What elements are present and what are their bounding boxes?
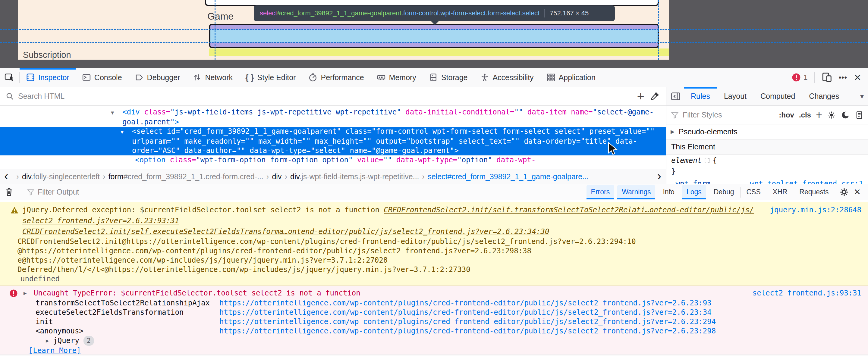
more-options-icon[interactable]: •••	[839, 73, 847, 82]
crumb-chevron: ›	[422, 172, 425, 181]
breadcrumb-item[interactable]: div	[272, 172, 281, 181]
frame-source-link[interactable]: https://otterintelligence.com/wp-content…	[219, 326, 716, 336]
expand-collapse-icon[interactable]: ▼	[111, 108, 122, 118]
close-console-icon[interactable]: ✕	[854, 187, 861, 197]
stylesheet-link[interactable]: wpt_toolset_frontend_css:1	[750, 180, 863, 184]
tab-style-editor[interactable]: { } Style Editor	[239, 68, 302, 87]
markup-row[interactable]: ▼<div class="js-wpt-field-items js-wpt-r…	[0, 107, 666, 118]
crumb-chevron: ›	[284, 172, 287, 181]
code-token: "select-@game-	[593, 108, 654, 116]
dark-mode-icon[interactable]	[841, 110, 850, 120]
all-tabs-dropdown-icon[interactable]: ▾	[860, 92, 868, 101]
tab-console[interactable]: Console	[76, 68, 128, 87]
breadcrumb-item[interactable]: div.js-wpt-field-items.js-wpt-repetitive…	[290, 172, 419, 181]
filter-info-button[interactable]: Info	[658, 185, 679, 199]
search-html-input[interactable]: Search HTML	[18, 92, 64, 101]
markup-row-selected[interactable]: ▼<select id="cred_form_39892_1_1_game-go…	[0, 127, 666, 137]
expand-icon[interactable]: ▶	[24, 288, 27, 298]
markup-row[interactable]: goal.parent">	[0, 118, 666, 127]
pseudo-elements-section[interactable]: ▶ Pseudo-elements	[666, 124, 868, 139]
tab-changes[interactable]: Changes	[802, 87, 846, 105]
responsive-design-mode-icon[interactable]	[821, 72, 832, 83]
pick-element-button[interactable]	[0, 68, 19, 87]
frame-source-link[interactable]: https://otterintelligence.com/wp-content…	[219, 298, 712, 308]
tab-rules[interactable]: Rules	[684, 87, 717, 105]
filter-logs-button[interactable]: Logs	[682, 185, 706, 199]
error-badge-icon	[792, 73, 801, 82]
markup-row-selected[interactable]: order="ASC" data-author="" data-wpt-type…	[0, 146, 666, 155]
add-rule-button[interactable]: +	[816, 109, 822, 121]
warning-frame-link[interactable]: CREDFrontendSelect2.init/self.executeSel…	[22, 227, 549, 236]
filter-errors-button[interactable]: Errors	[587, 185, 615, 199]
stack-frame-line: CREDFrontendSelect2.init@https://otterin…	[0, 237, 868, 246]
learn-more-link[interactable]: [Learn More]	[29, 346, 81, 355]
breadcrumb-item[interactable]: div.folly-singlecenterleft	[22, 172, 100, 181]
filter-xhr-button[interactable]: XHR	[768, 185, 792, 199]
tab-layout[interactable]: Layout	[717, 87, 753, 105]
console-warning-message[interactable]: jQuery.Deferred exception: $currentField…	[0, 202, 868, 286]
error-count-badge[interactable]: 1	[792, 73, 807, 82]
application-icon	[547, 73, 555, 82]
collapsed-frames-group[interactable]: ▶ jQuery 2	[0, 336, 868, 346]
frame-source-link[interactable]: https://otterintelligence.com/wp-content…	[219, 317, 716, 326]
stack-frame-line: @https://otterintelligence.com/wp-conten…	[0, 246, 868, 256]
highlighted-select-element[interactable]	[209, 24, 659, 48]
markup-row-selected[interactable]: urlparam="" make_readonly="" max_width="…	[0, 137, 666, 146]
filter-requests-button[interactable]: Requests	[795, 185, 833, 199]
tab-network[interactable]: Network	[186, 68, 239, 87]
close-devtools-icon[interactable]: ✕	[854, 72, 861, 83]
breadcrumb-item-selected[interactable]: select#cred_form_39892_1_1_game-goalpare…	[428, 172, 589, 181]
page-input-box[interactable]	[205, 0, 659, 6]
rule-selector[interactable]: element	[671, 156, 702, 165]
filter-debug-button[interactable]: Debug	[709, 185, 739, 199]
console-error-message[interactable]: ▶ Uncaught TypeError: $currentFieldSelec…	[0, 286, 868, 356]
add-node-button[interactable]: +	[631, 90, 650, 103]
frame-source-link[interactable]: https://otterintelligence.com/wp-content…	[219, 308, 712, 317]
tab-memory[interactable]: Memory	[370, 68, 423, 87]
eyedropper-icon[interactable]	[650, 92, 659, 101]
filter-warnings-button[interactable]: Warnings	[617, 185, 655, 199]
print-simulation-icon[interactable]	[855, 110, 864, 120]
breadcrumb-item[interactable]: form#cred_form_39892_1_1.cred-form.cred-…	[108, 172, 264, 181]
expand-collapse-icon[interactable]: ▼	[121, 127, 132, 137]
tab-storage[interactable]: Storage	[423, 68, 474, 87]
code-token: data-wpt-type	[396, 156, 453, 164]
breadcrumb-scroll-left-icon[interactable]: ‹	[4, 170, 8, 182]
sidebar-toggle-icon[interactable]	[671, 91, 681, 101]
tab-computed[interactable]: Computed	[753, 87, 802, 105]
code-token: <select id="cred_form_39892_1_1_game-goa…	[132, 127, 655, 135]
warning-frame-link[interactable]: select2_frontend.js?ver=2.6.23:93:31	[22, 217, 179, 225]
element-style-rule[interactable]: element{ }	[666, 155, 868, 177]
guide-line-left	[215, 0, 216, 60]
code-token: data-item_name	[527, 108, 588, 116]
warning-text: jQuery.Deferred exception: $currentField…	[22, 206, 384, 214]
warning-frame-link[interactable]: CREDFrontendSelect2.init/self.transformS…	[384, 206, 754, 214]
tab-debugger[interactable]: Debugger	[128, 68, 187, 87]
tab-performance[interactable]: Performance	[302, 68, 370, 87]
tab-label: Changes	[809, 92, 839, 101]
toggle-classes-button[interactable]: .cls	[799, 111, 811, 119]
crumb-chevron: ›	[16, 172, 19, 181]
light-mode-icon[interactable]	[827, 110, 836, 120]
error-source-link[interactable]: select2_frontend.js:93:31	[752, 288, 861, 298]
clipped-style-rule[interactable]: .wpt-form wpt_toolset_frontend_css:1	[666, 177, 868, 184]
filter-output-input[interactable]: Filter Output	[38, 188, 79, 196]
filter-css-button[interactable]: CSS	[742, 185, 765, 199]
search-icon	[5, 92, 14, 101]
game-field-label: Game	[207, 11, 234, 22]
filter-styles-input[interactable]: Filter Styles	[683, 110, 722, 119]
markup-row[interactable]: <option class="wpt-form-option form-opti…	[0, 155, 666, 165]
console-settings-icon[interactable]	[839, 187, 849, 197]
warning-result-value: undefined	[0, 274, 868, 284]
toggle-pseudo-classes-button[interactable]: :hov	[779, 111, 794, 119]
tab-accessibility[interactable]: Accessibility	[474, 68, 540, 87]
warning-source-link[interactable]: jquery.min.js:2:28648	[770, 204, 861, 215]
code-token: >	[175, 118, 179, 126]
rule-selector[interactable]: .wpt-form	[671, 180, 710, 184]
flex-highlight-toggle-icon[interactable]	[705, 158, 710, 163]
breadcrumb-scroll-right-icon[interactable]: ›	[657, 170, 666, 184]
tab-inspector[interactable]: Inspector	[20, 68, 76, 87]
tab-application[interactable]: Application	[540, 68, 602, 87]
stack-frame-line: Deferred/then/l/</t<@https://otterintell…	[0, 265, 868, 274]
clear-console-icon[interactable]	[4, 187, 14, 197]
